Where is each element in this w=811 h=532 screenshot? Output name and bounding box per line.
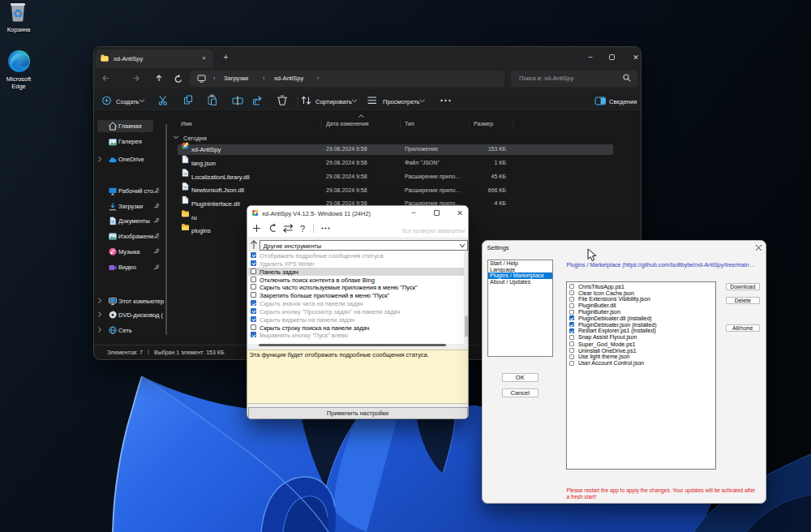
svg-text:?: ?	[300, 224, 305, 234]
svg-text:♻: ♻	[12, 6, 23, 20]
